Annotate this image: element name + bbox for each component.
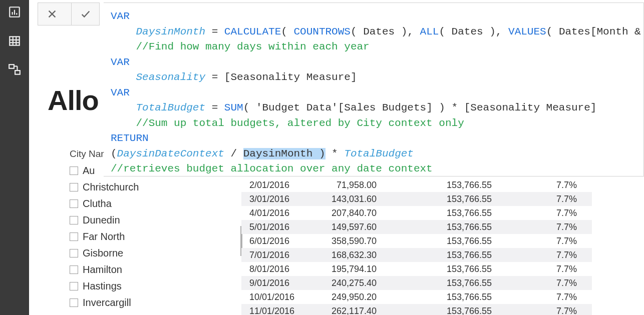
table-cell: 9/01/2016 (241, 278, 306, 288)
table-cell: 8/01/2016 (241, 264, 306, 274)
table-cell: 262,117.40 (306, 306, 392, 316)
table-cell: 153,766.55 (392, 236, 507, 246)
table-cell: 7.7% (507, 222, 582, 232)
table-cell: 7.7% (507, 208, 582, 218)
table-cell: 149,597.60 (306, 222, 392, 232)
slicer-item[interactable]: Kapiti Coast (70, 312, 230, 315)
table-cell: 207,840.70 (306, 208, 392, 218)
slicer-item-label: Far North (83, 231, 125, 242)
table-cell: 5/01/2016 (241, 222, 306, 232)
table-cell: 7.7% (507, 194, 582, 204)
slicer-item[interactable]: Dunedin (70, 213, 230, 228)
commit-button[interactable] (71, 3, 99, 25)
checkbox-icon[interactable] (70, 200, 78, 208)
checkbox-icon[interactable] (70, 298, 78, 307)
checkbox-icon[interactable] (70, 266, 78, 274)
table-cell: 3/01/2016 (241, 194, 306, 204)
table-cell: 71,958.00 (306, 180, 392, 190)
table-cell: 153,766.55 (392, 306, 507, 316)
table-cell: 153,766.55 (392, 264, 507, 274)
cancel-button[interactable] (38, 3, 66, 25)
slicer-item-label: Christchurch (83, 182, 139, 193)
slicer-item[interactable]: Clutha (70, 196, 230, 211)
city-slicer: City Nar AuChristchurchCluthaDunedinFar … (70, 148, 230, 315)
table-cell: 168,632.30 (306, 250, 392, 260)
table-row[interactable]: 11/01/2016262,117.40153,766.557.7% (241, 304, 592, 315)
table-cell: 153,766.55 (392, 194, 507, 204)
table-cell: 7.7% (507, 306, 582, 316)
checkbox-icon[interactable] (70, 183, 78, 192)
formula-bar-actions (38, 2, 100, 26)
table-cell: 10/01/2016 (241, 292, 306, 302)
dax-return-kw: RETURN (111, 132, 149, 144)
table-cell: 2/01/2016 (241, 180, 306, 190)
slicer-item-label: Clutha (83, 198, 112, 210)
checkbox-icon[interactable] (70, 249, 78, 258)
table-cell: 195,794.10 (306, 264, 392, 274)
table-cell: 4/01/2016 (241, 208, 306, 218)
table-row[interactable]: 3/01/2016143,031.60153,766.557.7% (241, 192, 592, 206)
table-row[interactable]: 4/01/2016207,840.70153,766.557.7% (241, 206, 592, 220)
slicer-item[interactable]: Au (70, 164, 230, 178)
slicer-item[interactable]: Invercargill (70, 296, 230, 310)
table-cell: 153,766.55 (392, 208, 507, 218)
table-cell: 153,766.55 (392, 292, 507, 302)
slicer-item[interactable]: Christchurch (70, 180, 230, 194)
data-table: 2/01/201671,958.00153,766.557.7%3/01/201… (241, 178, 592, 315)
slicer-item-label: Hamilton (83, 264, 122, 276)
formula-selection: DaysinMonth ) (243, 148, 326, 160)
slicer-item-label: Au (83, 165, 95, 176)
dax-var-kw: VAR (111, 56, 130, 68)
slicer-item-label: Hastings (83, 280, 122, 292)
svg-rect-10 (15, 70, 20, 74)
table-cell: 358,590.70 (306, 236, 392, 246)
checkbox-icon[interactable] (70, 282, 78, 290)
table-cell: 153,766.55 (392, 180, 507, 190)
table-row[interactable]: 9/01/2016240,275.40153,766.557.7% (241, 276, 592, 290)
checkbox-icon[interactable] (70, 232, 78, 241)
dax-comment: //Find how many days within each year (136, 41, 369, 52)
table-row[interactable]: 6/01/2016358,590.70153,766.557.7% (241, 234, 592, 248)
table-cell: 7/01/2016 (241, 250, 306, 260)
dax-var-name: DaysinMonth (136, 26, 205, 38)
table-cell: 7.7% (507, 236, 582, 246)
table-cell: 7.7% (507, 180, 582, 190)
slicer-item-label: Dunedin (83, 214, 120, 226)
dax-var-kw: VAR (111, 87, 130, 98)
slicer-item[interactable]: Hastings (70, 279, 230, 294)
table-cell: 240,275.40 (306, 278, 392, 288)
slicer-item-label: Invercargill (83, 297, 131, 308)
table-row[interactable]: 8/01/2016195,794.10153,766.557.7% (241, 262, 592, 276)
table-row[interactable]: 5/01/2016149,597.60153,766.557.7% (241, 220, 592, 234)
table-cell: 7.7% (507, 292, 582, 302)
slicer-item[interactable]: Hamilton (70, 262, 230, 277)
table-cell: 11/01/2016 (241, 306, 306, 316)
table-cell: 7.7% (507, 250, 582, 260)
svg-rect-9 (9, 64, 14, 68)
left-nav-rail (0, 0, 29, 315)
svg-rect-4 (10, 36, 20, 45)
table-cell: 7.7% (507, 264, 582, 274)
table-cell: 153,766.55 (392, 278, 507, 288)
table-cell: 249,950.20 (306, 292, 392, 302)
data-icon[interactable] (8, 34, 22, 48)
slicer-item[interactable]: Gisborne (70, 246, 230, 260)
dax-var-name: TotalBudget (136, 102, 205, 114)
table-cell: 153,766.55 (392, 222, 507, 232)
checkbox-icon[interactable] (70, 166, 78, 175)
table-cell: 153,766.55 (392, 250, 507, 260)
slicer-item[interactable]: Far North (70, 230, 230, 244)
table-cell: 7.7% (507, 278, 582, 288)
report-icon[interactable] (8, 5, 22, 19)
slicer-header: City Nar (70, 148, 230, 160)
model-icon[interactable] (8, 63, 22, 77)
dax-var-kw: VAR (111, 10, 130, 22)
table-row[interactable]: 10/01/2016249,950.20153,766.557.7% (241, 290, 592, 304)
table-row[interactable]: 7/01/2016168,632.30153,766.557.7% (241, 248, 592, 262)
table-cell: 143,031.60 (306, 194, 392, 204)
table-row[interactable]: 2/01/201671,958.00153,766.557.7% (241, 178, 592, 192)
dax-comment: //Sum up total budgets, altered by City … (136, 118, 464, 129)
dax-var-name: Seasonality (136, 72, 205, 83)
slicer-item-label: Gisborne (83, 248, 123, 259)
checkbox-icon[interactable] (70, 216, 78, 224)
